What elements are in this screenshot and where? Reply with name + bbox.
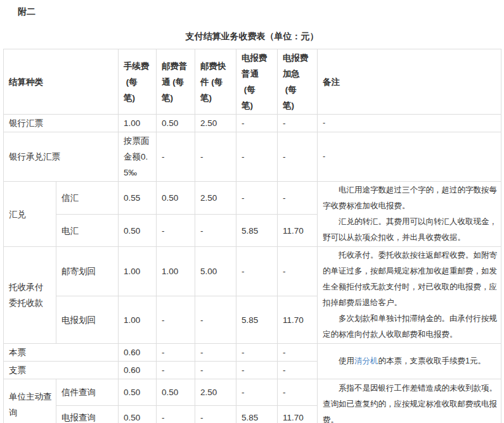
fee-table: 结算种类 手续费 (每 笔) 邮费普 通 (每 笔) 邮费快 件 (每 笔) 电…: [3, 49, 501, 423]
row-remittance-letter: 汇兑 信汇 0.55 0.50 2.50 - - 电汇用途字数超过三个字的，超过…: [4, 182, 501, 215]
header-remark: 备注: [318, 49, 501, 115]
telegraph-normal-cell: -: [236, 182, 278, 215]
fee-cell: 0.60: [119, 344, 157, 362]
category-cell: 本票: [4, 344, 119, 362]
telegraph-normal-cell: -: [236, 344, 278, 362]
telegraph-urgent-cell: -: [278, 115, 318, 132]
post-normal-cell: -: [157, 296, 195, 344]
subcategory-cell: 电汇: [56, 215, 119, 247]
telegraph-urgent-cell: -: [278, 132, 318, 182]
telegraph-urgent-cell: 11.70: [278, 296, 318, 344]
telegraph-urgent-cell: -: [278, 182, 318, 215]
remark-cell: -: [318, 132, 501, 182]
post-express-cell: -: [195, 215, 236, 247]
note-sorter-link[interactable]: 清分机: [354, 357, 378, 365]
fee-cell: 按票面 金额0. 5‰: [119, 132, 157, 182]
fee-cell: 0.60: [119, 362, 157, 379]
category-cell: 汇兑: [4, 182, 56, 247]
page-title: 支付结算业务收费表（单位：元）: [0, 31, 504, 42]
fee-cell: 1.00: [119, 296, 157, 344]
telegraph-urgent-cell: -: [278, 362, 318, 379]
telegraph-urgent-cell: 11.70: [278, 215, 318, 247]
telegraph-normal-cell: -: [236, 132, 278, 182]
fee-cell: 0.50: [119, 379, 157, 406]
post-express-cell: -: [195, 406, 236, 423]
row-inquiry-letter: 单位主动查 询 信件查询 0.50 0.50 2.50 - - 系指不是因银行工…: [4, 379, 501, 406]
telegraph-normal-cell: -: [236, 247, 278, 296]
telegraph-normal-cell: -: [236, 362, 278, 379]
telegraph-urgent-cell: -: [278, 379, 318, 406]
post-normal-cell: 1.00: [157, 247, 195, 296]
post-express-cell: 2.50: [195, 379, 236, 406]
fee-cell: 1.00: [119, 115, 157, 132]
row-bank-acceptance: 银行承兑汇票 按票面 金额0. 5‰ - - - - -: [4, 132, 501, 182]
row-collection-mail: 托收承付 委托收款 邮寄划回 1.00 1.00 5.00 - - 托收承付。委…: [4, 247, 501, 296]
remark-cell: -: [318, 115, 501, 132]
remark-cell: 托收承付。委托收款按往返邮程收费。如附寄 的单证过多，按邮局规定标准加收超重邮费…: [318, 247, 501, 344]
fee-cell: 0.50: [119, 406, 157, 423]
category-cell: 托收承付 委托收款: [4, 247, 56, 344]
telegraph-normal-cell: 5.85: [236, 215, 278, 247]
telegraph-normal-cell: -: [236, 379, 278, 406]
post-express-cell: -: [195, 296, 236, 344]
category-cell: 支票: [4, 362, 119, 379]
post-normal-cell: 0.50: [157, 182, 195, 215]
post-normal-cell: -: [157, 406, 195, 423]
post-normal-cell: -: [157, 132, 195, 182]
remark-cell: 使用清分机的本票，支票收取手续费1元。: [318, 344, 501, 379]
post-normal-cell: 0.50: [157, 115, 195, 132]
post-normal-cell: 0.50: [157, 379, 195, 406]
telegraph-normal-cell: -: [236, 115, 278, 132]
header-telegraph-urgent: 电报费 加急 (每 笔): [278, 49, 318, 115]
post-normal-cell: -: [157, 362, 195, 379]
post-express-cell: -: [195, 362, 236, 379]
telegraph-urgent-cell: -: [278, 344, 318, 362]
header-telegraph-normal: 电报费 普通 (每 笔): [236, 49, 278, 115]
fee-cell: 0.55: [119, 182, 157, 215]
subcategory-cell: 电报查询: [56, 406, 119, 423]
category-cell: 银行汇票: [4, 115, 119, 132]
row-bank-draft: 银行汇票 1.00 0.50 2.50 - - -: [4, 115, 501, 132]
remark-cell: 电汇用途字数超过三个字的，超过的字数按每 字收费标准加收电报费。 汇兑的转汇。其…: [318, 182, 501, 247]
subcategory-cell: 电报划回: [56, 296, 119, 344]
remark-text: 的本票，支票收取手续费1元。: [378, 357, 486, 365]
category-cell: 银行承兑汇票: [4, 132, 119, 182]
post-normal-cell: -: [157, 215, 195, 247]
subcategory-cell: 信件查询: [56, 379, 119, 406]
telegraph-urgent-cell: 11.70: [278, 406, 318, 423]
header-post-express: 邮费快 件 (每 笔): [195, 49, 236, 115]
fee-cell: 0.50: [119, 215, 157, 247]
post-normal-cell: -: [157, 344, 195, 362]
header-fee: 手续费 (每 笔): [119, 49, 157, 115]
telegraph-urgent-cell: -: [278, 247, 318, 296]
telegraph-normal-cell: 5.85: [236, 296, 278, 344]
post-express-cell: 2.50: [195, 115, 236, 132]
header-row: 结算种类 手续费 (每 笔) 邮费普 通 (每 笔) 邮费快 件 (每 笔) 电…: [4, 49, 501, 115]
subcategory-cell: 邮寄划回: [56, 247, 119, 296]
header-category: 结算种类: [4, 49, 119, 115]
post-express-cell: 5.00: [195, 247, 236, 296]
category-cell: 单位主动查 询: [4, 379, 56, 423]
subcategory-cell: 信汇: [56, 182, 119, 215]
fee-cell: 1.00: [119, 247, 157, 296]
post-express-cell: -: [195, 132, 236, 182]
row-promissory-note: 本票 0.60 - - - - 使用清分机的本票，支票收取手续费1元。: [4, 344, 501, 362]
post-express-cell: 2.50: [195, 182, 236, 215]
post-express-cell: -: [195, 344, 236, 362]
header-post-normal: 邮费普 通 (每 笔): [157, 49, 195, 115]
telegraph-normal-cell: 5.85: [236, 406, 278, 423]
remark-cell: 系指不是因银行工作差错造成的未收到款项。 查询如已查复约的，应按规定标准收取邮费…: [318, 379, 501, 423]
remark-text: 使用: [323, 357, 354, 365]
appendix-label: 附二: [18, 6, 504, 18]
